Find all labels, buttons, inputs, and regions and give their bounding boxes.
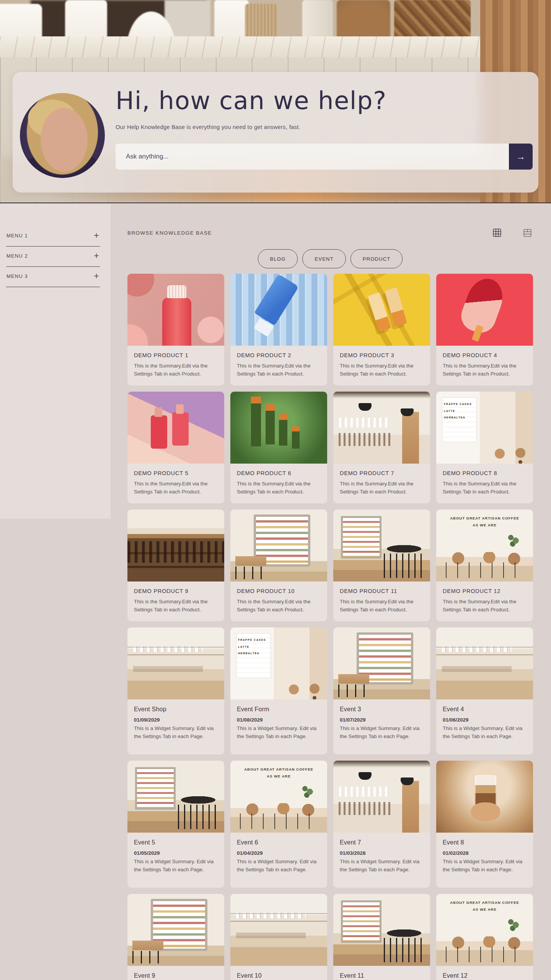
card-image [436,274,533,346]
knowledge-card[interactable]: Event 4 01/06/2029 This is a Widget Summ… [436,627,533,755]
card-image [333,392,430,464]
help-hero-card: Hi, how can we help? Our Help Knowledge … [13,72,538,193]
card-image [230,894,327,966]
knowledge-card[interactable]: DEMO PRODUCT 9 This is the Summary.Edit … [127,510,224,621]
card-title: DEMO PRODUCT 1 [134,352,218,358]
card-title: Event 6 [237,839,321,846]
marble-counter [0,36,480,57]
card-image [230,510,327,581]
card-date: 01/04/2029 [237,850,321,856]
card-image: ABOUT GREAT ARTISAN COFFEE AS WE ARE [230,761,327,833]
grid-view-icon[interactable] [492,228,502,238]
page-title: Hi, how can we help? [116,88,387,114]
card-image [230,392,327,464]
photo-text: FRAPPE CAKES LATTE HERBALTEA [444,401,475,421]
card-image [333,761,430,833]
knowledge-card[interactable]: DEMO PRODUCT 3 This is the Summary.Edit … [333,274,430,385]
knowledge-card[interactable]: Event Shop 01/09/2029 This is a Widget S… [127,627,224,755]
search-submit-button[interactable]: → [509,144,533,170]
card-title: DEMO PRODUCT 10 [237,588,321,594]
card-image [127,761,224,833]
search-bar: → [116,144,533,170]
sidebar-menu-item[interactable]: MENU 2 + [6,247,100,267]
knowledge-card[interactable]: FRAPPE CAKES LATTE HERBALTEA DEMO PRODUC… [436,392,533,503]
card-summary: This is a Widget Summary. Edit via the S… [340,725,424,740]
knowledge-card[interactable]: DEMO PRODUCT 7 This is the Summary.Edit … [333,392,430,503]
card-title: DEMO PRODUCT 5 [134,470,218,476]
card-title: Event Form [237,706,321,713]
card-image: ABOUT GREAT ARTISAN COFFEE AS WE ARE [436,894,533,966]
knowledge-card[interactable]: DEMO PRODUCT 10 This is the Summary.Edit… [230,510,327,621]
plus-icon[interactable]: + [94,272,99,280]
knowledge-card[interactable]: DEMO PRODUCT 11 This is the Summary.Edit… [333,510,430,621]
knowledge-card[interactable]: Event 5 01/05/2029 This is a Widget Summ… [127,761,224,888]
knowledge-card[interactable]: DEMO PRODUCT 5 This is the Summary.Edit … [127,392,224,503]
card-title: Event 9 [134,972,218,979]
filter-pill[interactable]: EVENT [302,249,346,268]
card-image [436,627,533,699]
filter-pill[interactable]: BLOG [258,249,298,268]
card-image [127,894,224,966]
knowledge-card[interactable]: ABOUT GREAT ARTISAN COFFEE AS WE ARE Eve… [230,761,327,888]
photo-text: ABOUT GREAT ARTISAN COFFEE AS WE ARE [449,899,520,913]
card-title: DEMO PRODUCT 12 [443,588,527,594]
card-title: DEMO PRODUCT 2 [237,352,321,358]
card-summary: This is a Widget Summary. Edit via the S… [134,725,218,740]
card-title: Event Shop [134,706,218,713]
card-summary: This is the Summary.Edit via the Setting… [340,480,424,496]
card-summary: This is a Widget Summary. Edit via the S… [237,725,321,740]
card-image [436,761,533,833]
search-input[interactable] [116,144,509,170]
filter-pills: BLOGEVENTPRODUCT [127,249,533,268]
knowledge-card[interactable]: ABOUT GREAT ARTISAN COFFEE AS WE ARE DEM… [436,510,533,621]
card-title: Event 12 [443,972,527,979]
card-title: DEMO PRODUCT 11 [340,588,424,594]
menu-item-label: MENU 1 [7,233,28,238]
photo-text: ABOUT GREAT ARTISAN COFFEE AS WE ARE [243,766,315,780]
knowledge-card[interactable]: Event 7 01/03/2028 This is a Widget Summ… [333,761,430,888]
browse-heading: BROWSE KNOWLEDGE BASE [127,230,212,236]
card-summary: This is the Summary.Edit via the Setting… [443,480,527,496]
knowledge-card[interactable]: DEMO PRODUCT 4 This is the Summary.Edit … [436,274,533,385]
card-summary: This is the Summary.Edit via the Setting… [443,598,527,614]
card-summary: This is a Widget Summary. Edit via the S… [443,858,527,874]
card-title: DEMO PRODUCT 8 [443,470,527,476]
card-date: 01/03/2028 [340,850,424,856]
knowledge-card[interactable]: ABOUT GREAT ARTISAN COFFEE AS WE ARE Eve… [436,894,533,980]
view-toggles [492,228,533,238]
card-image: FRAPPE CAKES LATTE HERBALTEA [436,392,533,464]
card-title: Event 7 [340,839,424,846]
knowledge-card[interactable]: Event 10 [230,894,327,980]
hero-section: Hi, how can we help? Our Help Knowledge … [0,0,551,203]
knowledge-card[interactable]: Event 11 [333,894,430,980]
knowledge-card[interactable]: DEMO PRODUCT 6 This is the Summary.Edit … [230,392,327,503]
knowledge-card[interactable]: DEMO PRODUCT 2 This is the Summary.Edit … [230,274,327,385]
knowledge-card[interactable]: Event 8 01/02/2028 This is a Widget Summ… [436,761,533,888]
card-summary: This is the Summary.Edit via the Setting… [134,362,218,378]
knowledge-card[interactable]: DEMO PRODUCT 1 This is the Summary.Edit … [127,274,224,385]
card-date: 01/09/2029 [134,717,218,723]
card-date: 01/08/2029 [237,717,321,723]
knowledge-card[interactable]: Event 9 [127,894,224,980]
card-title: Event 10 [237,972,321,979]
card-grid: DEMO PRODUCT 1 This is the Summary.Edit … [127,274,533,980]
card-title: Event 11 [340,972,424,979]
sidebar-menu-item[interactable]: MENU 3 + [6,267,100,287]
card-date: 01/07/2029 [340,717,424,723]
card-date: 01/02/2028 [443,850,527,856]
filter-pill[interactable]: PRODUCT [350,249,403,268]
list-view-icon[interactable] [523,228,532,238]
card-image: ABOUT GREAT ARTISAN COFFEE AS WE ARE [436,510,533,581]
card-summary: This is the Summary.Edit via the Setting… [134,480,218,496]
plus-icon[interactable]: + [94,232,99,239]
sidebar-menu-item[interactable]: MENU 1 + [6,226,100,247]
plus-icon[interactable]: + [94,252,99,260]
knowledge-base-main: BROWSE KNOWLEDGE BASE BLOGEVENTPRODUCT D… [127,204,533,980]
card-summary: This is the Summary.Edit via the Setting… [237,480,321,496]
card-summary: This is a Widget Summary. Edit via the S… [134,858,218,874]
card-title: DEMO PRODUCT 7 [340,470,424,476]
knowledge-card[interactable]: Event 3 01/07/2029 This is a Widget Summ… [333,627,430,755]
card-summary: This is a Widget Summary. Edit via the S… [237,858,321,874]
card-title: Event 3 [340,706,424,713]
knowledge-card[interactable]: FRAPPE CAKES LATTE HERBALTEA Event Form … [230,627,327,755]
